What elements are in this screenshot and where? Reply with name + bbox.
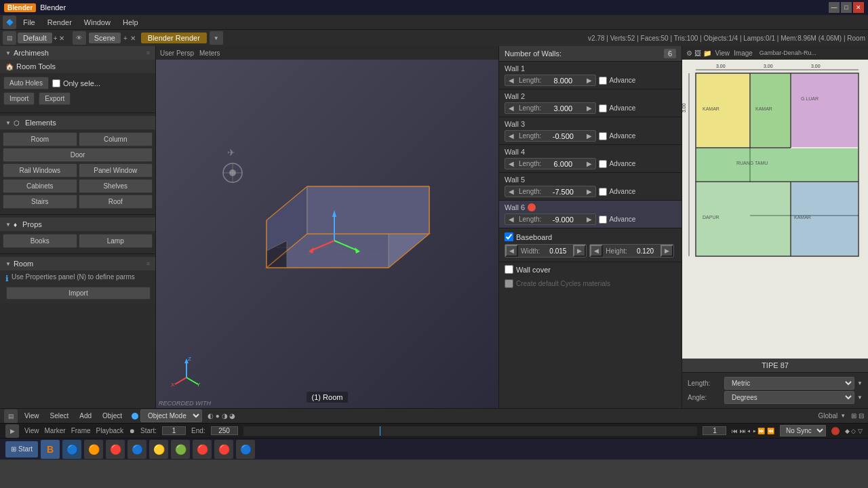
render-dropdown-icon[interactable]: ▼ (210, 31, 223, 45)
taskbar-app-9[interactable]: 🔵 (236, 440, 255, 459)
layout-tab-close[interactable]: ✕ (59, 35, 64, 42)
timeline-marker[interactable]: Marker (45, 427, 66, 434)
timeline-frame-input[interactable] (703, 426, 726, 435)
elem-room[interactable]: Room (3, 132, 77, 146)
room-header[interactable]: ▼ Room ≡ (0, 257, 155, 270)
menu-window[interactable]: Window (79, 17, 116, 28)
wall-4-length-dec[interactable]: ◀ (505, 159, 517, 169)
wall-1-length-dec[interactable]: ◀ (505, 75, 517, 85)
timeline-icon[interactable]: ▶ (5, 424, 19, 438)
taskbar-app-2[interactable]: 🟠 (84, 440, 103, 459)
close-button[interactable]: ✕ (853, 2, 864, 13)
wall-5-length-input[interactable] (542, 188, 583, 196)
viewport-canvas[interactable]: ✈ Z X Y (1) Room RECORDED WITH (156, 60, 498, 408)
wall-2-advance-check[interactable] (599, 104, 607, 113)
bottom-view[interactable]: View (20, 411, 43, 421)
elem-stairs[interactable]: Stairs (3, 195, 77, 209)
timeline-playback[interactable]: Playback (96, 427, 124, 434)
auto-holes-button[interactable]: Auto Holes (3, 77, 49, 89)
width-input[interactable] (542, 247, 573, 255)
wall-2-length-dec[interactable]: ◀ (505, 103, 517, 113)
room-import-button[interactable]: Import (6, 287, 151, 300)
room-options[interactable]: ≡ (146, 260, 150, 267)
height-dec[interactable]: ◀ (590, 245, 603, 257)
floorplan-tab-view[interactable]: View (715, 49, 730, 57)
wall-3-advance-check[interactable] (599, 132, 607, 140)
props-header[interactable]: ▼ ♦ Props (0, 218, 155, 231)
wall-5-advance-check[interactable] (599, 188, 607, 196)
wall-1-length-inc[interactable]: ▶ (583, 75, 595, 85)
floorplan-tab-image[interactable]: Image (734, 49, 753, 57)
maximize-button[interactable]: □ (841, 2, 852, 13)
timeline-view[interactable]: View (24, 427, 39, 434)
cycles-check[interactable] (505, 279, 513, 288)
elem-panel-window[interactable]: Panel Window (79, 163, 153, 178)
elem-door[interactable]: Door (3, 148, 153, 162)
wall-4-advance-check[interactable] (599, 160, 607, 168)
scene-tab-add[interactable]: + (123, 35, 127, 42)
wall-1-length-input[interactable] (542, 77, 583, 85)
menu-file[interactable]: File (18, 17, 41, 28)
menu-help[interactable]: Help (117, 17, 144, 28)
record-button[interactable] (831, 427, 840, 435)
prop-books[interactable]: Books (3, 234, 77, 248)
elem-column[interactable]: Column (79, 132, 153, 146)
start-button[interactable]: ⊞ Start (5, 441, 38, 458)
bottom-editor-icon[interactable]: ▤ (4, 409, 18, 423)
prop-lamp[interactable]: Lamp (79, 234, 153, 248)
wall-6-length-input[interactable] (542, 216, 583, 224)
archimesh-header[interactable]: ▼ Archimesh ≡ (0, 46, 155, 60)
taskbar-app-5[interactable]: 🟡 (149, 440, 168, 459)
timeline-end-input[interactable] (211, 426, 238, 435)
wall-1-advance-check[interactable] (599, 77, 607, 85)
global-dropdown[interactable]: ▼ (840, 413, 846, 419)
elem-shelves[interactable]: Shelves (79, 179, 153, 193)
wall-6-advance-check[interactable] (599, 216, 607, 224)
height-inc[interactable]: ▶ (660, 245, 673, 257)
taskbar-app-3[interactable]: 🔴 (106, 440, 125, 459)
timeline-frame-tab[interactable]: Frame (71, 427, 91, 434)
length-unit-select[interactable]: Metric Imperial (724, 377, 854, 390)
wall-cover-check[interactable] (505, 265, 513, 274)
room-tools-header[interactable]: 🏠 Room Tools (0, 60, 155, 73)
wall-3-length-input[interactable] (542, 132, 583, 140)
wall-2-length-inc[interactable]: ▶ (583, 103, 595, 113)
height-input[interactable] (630, 247, 660, 255)
bottom-add[interactable]: Add (75, 411, 96, 421)
wall-6-length-dec[interactable]: ◀ (505, 214, 517, 224)
wall-4-length-input[interactable] (542, 160, 583, 168)
layout-tab[interactable]: Default (18, 33, 52, 43)
wall-4-length-inc[interactable]: ▶ (583, 159, 595, 169)
editor-icon[interactable]: ▤ (3, 31, 16, 45)
only-sele-check[interactable] (52, 79, 60, 87)
render-engine-label[interactable]: Blender Render (141, 33, 207, 43)
taskbar-app-8[interactable]: 🔴 (214, 440, 233, 459)
width-inc[interactable]: ▶ (573, 245, 586, 257)
scene-tab[interactable]: Scene (89, 33, 121, 43)
taskbar-app-6[interactable]: 🟢 (171, 440, 190, 459)
layout-tab-add[interactable]: + (54, 35, 58, 42)
wall-3-length-dec[interactable]: ◀ (505, 131, 517, 141)
baseboard-check[interactable] (505, 232, 513, 241)
wall-3-length-inc[interactable]: ▶ (583, 131, 595, 141)
sync-select[interactable]: No Sync (780, 425, 826, 436)
elem-roof[interactable]: Roof (79, 195, 153, 209)
scene-tab-close[interactable]: ✕ (130, 35, 136, 42)
timeline-ruler[interactable] (243, 426, 698, 436)
angle-unit-select[interactable]: Degrees Radians (724, 391, 854, 404)
taskbar-app-4[interactable]: 🔵 (127, 440, 146, 459)
bottom-object[interactable]: Object (98, 411, 126, 421)
archimesh-options[interactable]: ≡ (146, 49, 150, 56)
taskbar-blender[interactable]: B (41, 440, 60, 459)
wall-5-length-inc[interactable]: ▶ (583, 186, 595, 197)
taskbar-app-1[interactable]: 🔵 (62, 440, 81, 459)
elem-cabinets[interactable]: Cabinets (3, 179, 77, 193)
export-button[interactable]: Export (39, 92, 71, 105)
global-label[interactable]: Global (818, 412, 837, 420)
taskbar-app-7[interactable]: 🔴 (193, 440, 212, 459)
menu-render[interactable]: Render (42, 17, 77, 28)
wall-5-length-dec[interactable]: ◀ (505, 186, 517, 197)
width-dec[interactable]: ◀ (505, 245, 518, 257)
timeline-start-input[interactable] (162, 426, 186, 435)
elements-header[interactable]: ▼ ⬡ Elements (0, 116, 155, 129)
